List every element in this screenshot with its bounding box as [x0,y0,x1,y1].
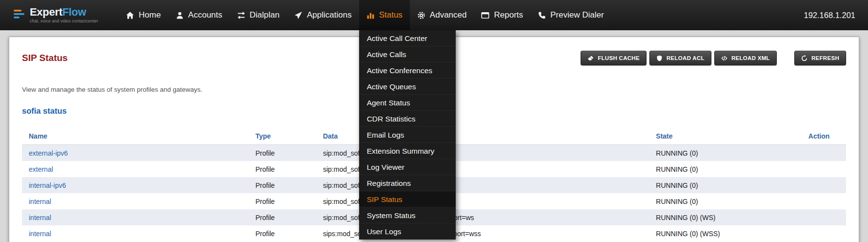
status-menu-item-agent-status[interactable]: Agent Status [359,95,456,111]
status-menu-item-cdr-statistics[interactable]: CDR Statistics [359,111,456,127]
name-cell: internal [22,225,248,242]
nav-item-dialplan[interactable]: Dialplan [230,0,287,30]
window-icon [481,11,489,20]
name-cell: internal [22,193,248,209]
nav-item-label: Reports [494,10,523,20]
flush-cache-button[interactable]: FLUSH CACHE [581,51,646,65]
reload-xml-button[interactable]: RELOAD XML [714,51,777,65]
action-cell [802,145,846,161]
nav-item-home[interactable]: Home [119,0,168,30]
type-cell: Profile [248,225,316,242]
type-cell: Profile [248,209,316,225]
column-header-action: Action [802,123,846,145]
home-icon [126,11,134,20]
profile-link[interactable]: internal [29,214,51,222]
status-menu-item-registrations[interactable]: Registrations [359,175,456,191]
status-menu-item-active-call-center[interactable]: Active Call Center [359,30,456,46]
name-cell: internal-ipv6 [22,177,248,193]
page-title: SIP Status [22,53,68,63]
status-menu-item-email-logs[interactable]: Email Logs [359,127,456,143]
nav-item-label: Status [379,10,403,20]
bar-chart-icon [366,11,375,20]
profile-link[interactable]: external [29,165,53,173]
action-cell [802,209,846,225]
action-cell [802,177,846,193]
refresh-icon [801,55,807,61]
refresh-button[interactable]: REFRESH [794,51,846,65]
code-icon [721,55,727,61]
nav-item-status[interactable]: Status Active Call Center Active Calls A… [359,0,410,30]
server-address: 192.168.1.201 [804,0,855,30]
nav-item-accounts[interactable]: Accounts [168,0,230,30]
user-icon [176,11,184,20]
name-cell: external-ipv6 [22,145,248,161]
column-header-state: State [649,123,801,145]
state-cell: RUNNING (0) (WS) [649,209,801,225]
shield-icon [656,55,663,61]
name-cell: external [22,161,248,177]
status-menu-item-sip-status[interactable]: SIP Status [359,191,456,207]
nav-item-label: Advanced [430,10,467,20]
state-cell: RUNNING (0) [649,145,801,161]
profile-link[interactable]: internal [29,230,51,238]
status-menu-item-system-status[interactable]: System Status [359,207,456,223]
status-menu-item-active-calls[interactable]: Active Calls [359,46,456,62]
type-cell: Profile [248,193,316,209]
nav-item-advanced[interactable]: Advanced [410,0,474,30]
swap-arrows-icon [237,11,245,20]
type-cell: Profile [248,145,316,161]
nav-item-label: Home [139,10,161,20]
column-header-type: Type [248,123,316,145]
state-cell: RUNNING (0) (WSS) [649,225,801,242]
state-cell: RUNNING (0) [649,177,801,193]
nav-item-label: Accounts [188,10,222,20]
profile-link[interactable]: internal-ipv6 [29,182,66,189]
action-cell [802,225,846,242]
toolbar: FLUSH CACHE RELOAD ACL RELOAD XML REFRES [581,51,846,65]
nav-item-preview-dialer[interactable]: Preview Dialer [530,0,611,30]
status-menu-item-extension-summary[interactable]: Extension Summary [359,143,456,159]
state-cell: RUNNING (0) [649,193,801,209]
type-cell: Profile [248,177,316,193]
nav-item-label: Applications [307,10,352,20]
profile-link[interactable]: internal [29,198,51,205]
nav-item-reports[interactable]: Reports [474,0,530,30]
phone-icon [538,11,546,20]
eraser-icon [587,55,594,61]
column-header-name: Name [22,123,248,145]
status-menu-item-active-queues[interactable]: Active Queues [359,79,456,95]
status-dropdown: Active Call Center Active Calls Active C… [359,30,456,240]
paper-plane-icon [294,11,303,20]
expertflow-logo[interactable]: ExpertFlow chat, voice and video contact… [13,0,98,30]
nav-item-applications[interactable]: Applications [287,0,359,30]
brand-name: ExpertFlow [30,7,98,18]
logo-bars-icon [13,8,25,22]
state-cell: RUNNING (0) [649,161,801,177]
main-menu: Home Accounts Dialplan Applications Stat [119,0,611,30]
top-nav: ExpertFlow chat, voice and video contact… [0,0,868,30]
nav-item-label: Dialplan [250,10,280,20]
nav-item-label: Preview Dialer [550,10,604,20]
gear-icon [417,11,425,20]
name-cell: internal [22,209,248,225]
brand-tagline: chat, voice and video contactcenter [30,19,98,23]
status-menu-item-active-conferences[interactable]: Active Conferences [359,62,456,79]
status-menu-item-user-logs[interactable]: User Logs [359,223,456,240]
type-cell: Profile [248,161,316,177]
status-menu-item-log-viewer[interactable]: Log Viewer [359,159,456,175]
reload-acl-button[interactable]: RELOAD ACL [649,51,711,65]
profile-link[interactable]: external-ipv6 [29,149,68,157]
action-cell [802,193,846,209]
action-cell [802,161,846,177]
